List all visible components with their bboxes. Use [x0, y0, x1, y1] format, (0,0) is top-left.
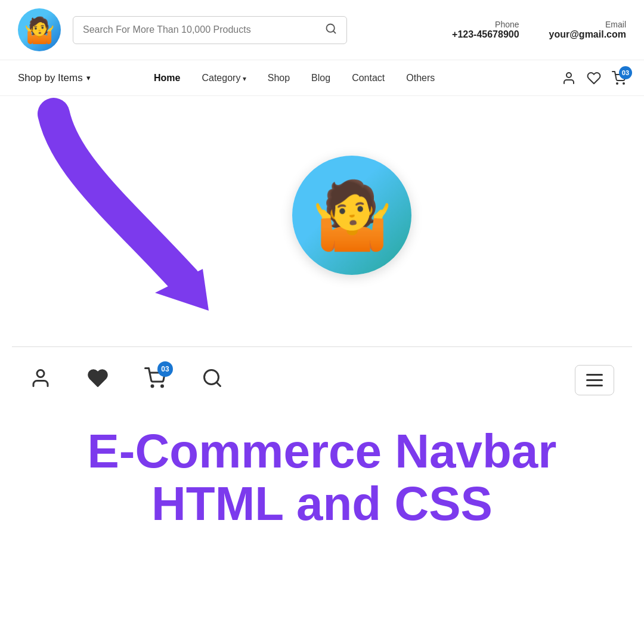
main-title: E-Commerce Navbar HTML and CSS [24, 425, 620, 530]
arrow-decoration [18, 96, 244, 313]
svg-point-6 [37, 370, 44, 377]
top-bar: 🤷 Phone +123-45678900 Email your@gmail.c… [0, 0, 644, 60]
svg-point-8 [162, 385, 163, 387]
user-icon-btn[interactable] [562, 71, 576, 85]
nav-icons: 03 [562, 71, 626, 85]
svg-point-3 [617, 83, 618, 84]
contact-info: Phone +123-45678900 Email your@gmail.com [452, 20, 626, 40]
title-section: E-Commerce Navbar HTML and CSS [0, 413, 644, 542]
wishlist-icon-btn[interactable] [587, 71, 601, 85]
svg-point-4 [623, 83, 624, 84]
nav-item-contact[interactable]: Contact [352, 73, 385, 83]
phone-value: +123-45678900 [452, 29, 519, 40]
nav-item-blog[interactable]: Blog [311, 73, 330, 83]
mobile-search-icon[interactable] [202, 367, 223, 394]
mobile-cart-badge: 03 [157, 361, 173, 377]
hamburger-line-1 [586, 374, 603, 376]
chevron-down-icon: ▾ [86, 73, 91, 82]
search-input[interactable] [83, 24, 319, 35]
mobile-icons-row: 03 [0, 347, 644, 413]
svg-line-1 [333, 30, 336, 33]
mobile-cart-icon[interactable]: 03 [144, 367, 166, 394]
mobile-wishlist-icon[interactable] [87, 367, 109, 394]
hamburger-line-2 [586, 379, 603, 381]
svg-point-7 [151, 385, 153, 387]
email-value: your@gmail.com [549, 29, 626, 40]
avatar-circle: 🤷 [292, 156, 411, 275]
search-bar[interactable] [73, 16, 347, 44]
phone-label: Phone [495, 20, 519, 29]
nav-item-others[interactable]: Others [406, 73, 435, 83]
nav-links: Home Category Shop Blog Contact Others [154, 73, 435, 83]
mobile-user-icon[interactable] [30, 367, 51, 394]
hamburger-line-3 [586, 385, 603, 386]
nav-item-category[interactable]: Category [202, 73, 246, 83]
cart-icon-btn[interactable]: 03 [612, 71, 626, 85]
hero-section: 🤷 [0, 96, 644, 346]
cart-badge: 03 [619, 66, 632, 79]
main-content: 🤷 03 [0, 96, 644, 644]
hamburger-menu[interactable] [575, 365, 614, 395]
email-block: Email your@gmail.com [549, 20, 626, 40]
svg-line-10 [216, 382, 221, 386]
shop-by-items[interactable]: Shop by Items ▾ [18, 61, 91, 95]
nav-item-shop[interactable]: Shop [268, 73, 290, 83]
svg-point-2 [566, 73, 571, 78]
search-icon [325, 23, 337, 38]
nav-bar: Shop by Items ▾ Home Category Shop Blog … [0, 60, 644, 96]
phone-block: Phone +123-45678900 [452, 20, 519, 40]
logo[interactable]: 🤷 [18, 8, 61, 51]
nav-item-home[interactable]: Home [154, 73, 180, 83]
email-label: Email [605, 20, 626, 29]
